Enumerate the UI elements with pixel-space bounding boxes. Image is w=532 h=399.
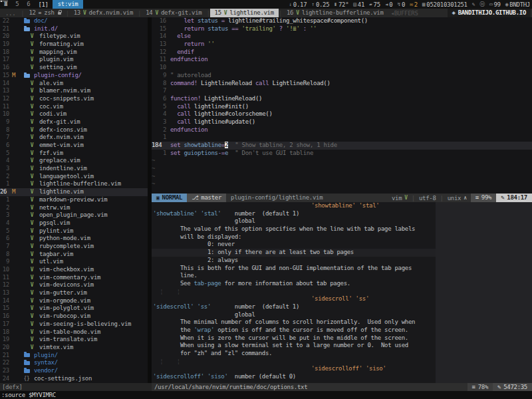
entry-name: plugin.vim <box>39 56 73 64</box>
defx-row[interactable]: 18Vmapping.vim <box>0 49 148 57</box>
command-text: :source $MYVIMRC <box>1 392 56 398</box>
buffer-tab-lightline-bufferline.vim[interactable]: 16Vlightline-bufferline.vim <box>282 9 388 17</box>
defx-row[interactable]: 7Vrubycomplete.vim <box>0 243 148 251</box>
defx-row[interactable]: 21init.d/ <box>0 25 148 33</box>
defx-row[interactable]: 24{}coc-settings.json <box>0 375 148 383</box>
buffer-overflow-indicator[interactable]: ... <box>0 10 21 17</box>
buffer-tab-defx.nvim.vim[interactable]: 13Vdefx.nvim.vim <box>69 9 138 17</box>
editor-line[interactable]: 184set showtabline=2 " Show tabline, 2 s… <box>152 142 532 150</box>
token: lightline#update() <box>194 118 255 125</box>
editor-line[interactable]: 1 <box>152 134 532 142</box>
vim-glyph: V <box>31 134 34 142</box>
pen-icon: ✎ <box>501 194 504 202</box>
defx-row[interactable]: 23vendor/ <box>0 367 148 375</box>
defx-row[interactable]: 22doc/ <box>0 17 148 25</box>
defx-row[interactable]: 2Vnetrw.vim <box>0 204 148 212</box>
user-icon: ◉ <box>505 1 509 7</box>
defx-row[interactable]: 11Vvim-commentary.vim <box>0 274 148 282</box>
defx-row[interactable]: 13Vvim-gutter.vim <box>0 289 148 297</box>
token <box>170 110 177 117</box>
editor-line[interactable]: 1set guioptions-=e " Don't use GUI tabli… <box>152 150 532 158</box>
vim-glyph: V <box>31 243 34 251</box>
editor-line[interactable]: 12 endif <box>152 49 532 57</box>
defx-row[interactable]: 1Vmarkdown-preview.vim <box>0 196 148 204</box>
defx-row[interactable]: 15Vvim-polyglot.vim <box>0 305 148 313</box>
workspace-button[interactable]: 5 <box>11 0 23 9</box>
defx-row[interactable]: 17Vvim-seeing-is-believing.vim <box>0 321 148 329</box>
vim-icon: V <box>29 165 35 173</box>
defx-row[interactable]: 16Vsetting.vim <box>0 64 148 72</box>
defx-row[interactable]: 11Vcoc.vim <box>0 103 148 111</box>
defx-row[interactable]: 5Vpylint.vim <box>0 227 148 235</box>
defx-row[interactable]: 1Vlightline-bufferline.vim <box>0 180 148 188</box>
defx-row[interactable]: 12Vcoc-snippets.vim <box>0 95 148 103</box>
line-number: 7 <box>152 87 166 95</box>
defx-row[interactable]: 6Vemmet-vim.vim <box>0 142 148 150</box>
defx-row[interactable]: 13Vblamer.nvim.vim <box>0 87 148 95</box>
workspace-button[interactable]: 6 <box>23 0 34 9</box>
line-number: 17 <box>0 321 9 329</box>
defx-row[interactable]: 2Vlanguagetool.vim <box>0 173 148 181</box>
buffer-tab-lightline.vim[interactable]: 15Vlightline.vim <box>210 9 279 17</box>
editor-line[interactable]: 11endfunction <box>152 56 532 64</box>
defx-row[interactable]: 19Vformating.vim <box>0 41 148 49</box>
defx-row[interactable]: 22syntax/ <box>0 359 148 367</box>
defx-row[interactable]: 17Vplugin.vim <box>0 56 148 64</box>
editor-line[interactable]: 13 return '' <box>152 41 532 49</box>
line-number: 14 <box>0 80 9 88</box>
workspace-button[interactable]: 9 <box>0 0 8 2</box>
defx-row[interactable]: 20Vfiletype.vim <box>0 33 148 41</box>
defx-row[interactable]: 7Vdefx.nvim.vim <box>0 134 148 142</box>
editor-line[interactable]: 3 call lightline#update() <box>152 118 532 126</box>
defx-row[interactable]: 14Vale.vim <box>0 80 148 88</box>
defx-row[interactable]: 4Vgreplace.vim <box>0 157 148 165</box>
vim-icon: V <box>29 235 35 243</box>
defx-row[interactable]: 26MVlightline.vim <box>0 188 148 196</box>
defx-row[interactable]: 21plugin/ <box>0 352 148 360</box>
buffer-tab-zsh[interactable]: 12≡zsh <box>24 9 65 17</box>
token: for "zh" and "zl" commands. <box>153 350 272 356</box>
token: 'sidescroll' 'ss' <box>311 295 369 302</box>
defx-row[interactable]: 4Vpgsql.vim <box>0 219 148 227</box>
token: command! <box>170 80 198 86</box>
defx-row[interactable]: 18Vvim-table-mode.vim <box>0 329 148 336</box>
vim-icon: V <box>29 305 35 313</box>
defx-row[interactable]: 8Vtagbar.vim <box>0 251 148 259</box>
defx-row[interactable]: 10Vvim-checkbox.vim <box>0 266 148 274</box>
entry-name: filetype.vim <box>39 33 80 41</box>
editor-line[interactable]: 5 call lightline#init() <box>152 103 532 111</box>
folder-open-shape <box>24 74 30 78</box>
defx-row[interactable]: 3Vopen_plugin_page.vim <box>0 211 148 219</box>
defx-row[interactable]: 15Mplugin-config/ <box>0 72 148 80</box>
defx-row[interactable]: 16Vvim-rubocop.vim <box>0 313 148 321</box>
vim-icon: V <box>29 49 35 57</box>
editor-line[interactable]: 16 let status = lightline#trailing_white… <box>152 17 532 25</box>
vim-glyph: V <box>31 251 34 259</box>
defx-row[interactable]: 9Vutl.vim <box>0 258 148 266</box>
editor-line[interactable]: 9" autoreload <box>152 72 532 80</box>
command-line[interactable]: :source $MYVIMRC <box>0 391 532 399</box>
defx-row[interactable]: 6Vpython-mode.vim <box>0 235 148 243</box>
editor-line[interactable]: 4 call lightline#colorscheme() <box>152 110 532 118</box>
defx-row[interactable]: 10Vcodi.vim <box>0 110 148 118</box>
token <box>170 33 177 39</box>
editor-line[interactable]: 6function! LightlineReload() <box>152 95 532 103</box>
editor-line[interactable]: 7 <box>152 87 532 95</box>
defx-row[interactable]: 20Vvimtex.vim <box>0 344 148 352</box>
editor-line[interactable]: 8command! LightlineReload call Lightline… <box>152 80 532 88</box>
buffer-tab-defx-git.vim[interactable]: 14Vdefx-git.vim <box>141 9 206 17</box>
defx-row[interactable]: 3Vindentline.vim <box>0 165 148 173</box>
editor-line[interactable]: 10 <box>152 64 532 72</box>
defx-row[interactable]: 19Vvim-translate.vim <box>0 336 148 344</box>
defx-row[interactable]: 14Vvim-orgmode.vim <box>0 297 148 305</box>
bufferline: ... | 12≡zsh|13Vdefx.nvim.vim|14Vdefx-gi… <box>0 9 532 17</box>
editor-line[interactable]: 14 else <box>152 33 532 41</box>
vim-icon: V <box>29 243 35 251</box>
editor-line[interactable]: 2endfunction <box>152 126 532 134</box>
entry-name: vim-polyglot.vim <box>39 305 94 313</box>
defx-row[interactable]: 9Vdefx-git.vim <box>0 118 148 126</box>
defx-row[interactable]: 8Vdefx-icons.vim <box>0 126 148 134</box>
defx-row[interactable]: 12Vvim-devicons.vim <box>0 281 148 289</box>
editor-line[interactable]: 15 return status == 'trailing' ? '!≣' : … <box>152 25 532 33</box>
defx-row[interactable]: 5Vfzf.vim <box>0 150 148 158</box>
